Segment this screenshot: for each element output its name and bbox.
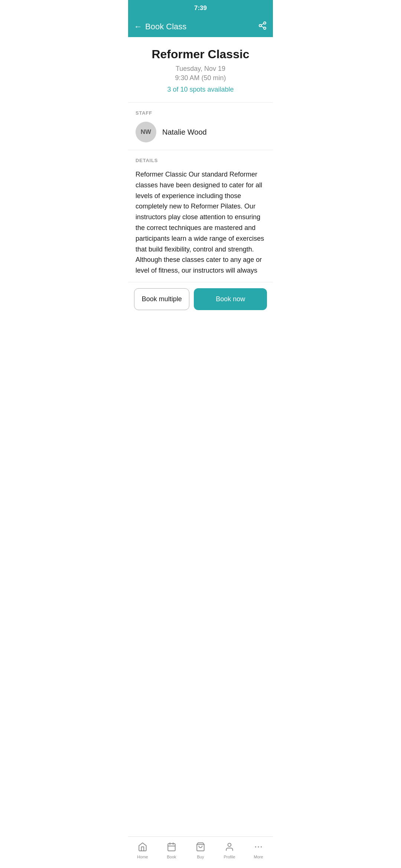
class-spots: 3 of 10 spots available (136, 86, 265, 93)
book-now-button[interactable]: Book now (194, 288, 267, 310)
svg-line-3 (261, 26, 264, 28)
staff-initials: NW (141, 128, 151, 136)
status-time: 7:39 (194, 4, 207, 12)
staff-row: NW Natalie Wood (136, 122, 265, 150)
class-name: Reformer Classic (136, 47, 265, 61)
class-date: Tuesday, Nov 19 (136, 65, 265, 73)
share-button[interactable] (258, 21, 267, 32)
share-icon (258, 21, 267, 30)
action-buttons: Book multiple Book now (128, 282, 273, 316)
staff-label: STAFF (136, 110, 265, 116)
back-arrow-icon: ← (134, 23, 142, 31)
details-label: DETAILS (136, 158, 265, 163)
staff-name: Natalie Wood (162, 128, 207, 137)
nav-bar: ← Book Class (128, 16, 273, 37)
class-info-section: Reformer Classic Tuesday, Nov 19 9:30 AM… (128, 37, 273, 103)
back-button[interactable]: ← Book Class (134, 22, 186, 32)
staff-section: STAFF NW Natalie Wood (128, 103, 273, 150)
details-text: Reformer Classic Our standard Reformer c… (136, 169, 265, 276)
details-section: DETAILS Reformer Classic Our standard Re… (128, 150, 273, 282)
content-area: Reformer Classic Tuesday, Nov 19 9:30 AM… (128, 37, 273, 368)
page-title: Book Class (145, 22, 186, 32)
class-time: 9:30 AM (50 min) (136, 74, 265, 82)
svg-line-4 (261, 24, 264, 25)
status-bar: 7:39 (128, 0, 273, 16)
book-multiple-button[interactable]: Book multiple (134, 288, 189, 310)
staff-avatar: NW (136, 122, 156, 142)
